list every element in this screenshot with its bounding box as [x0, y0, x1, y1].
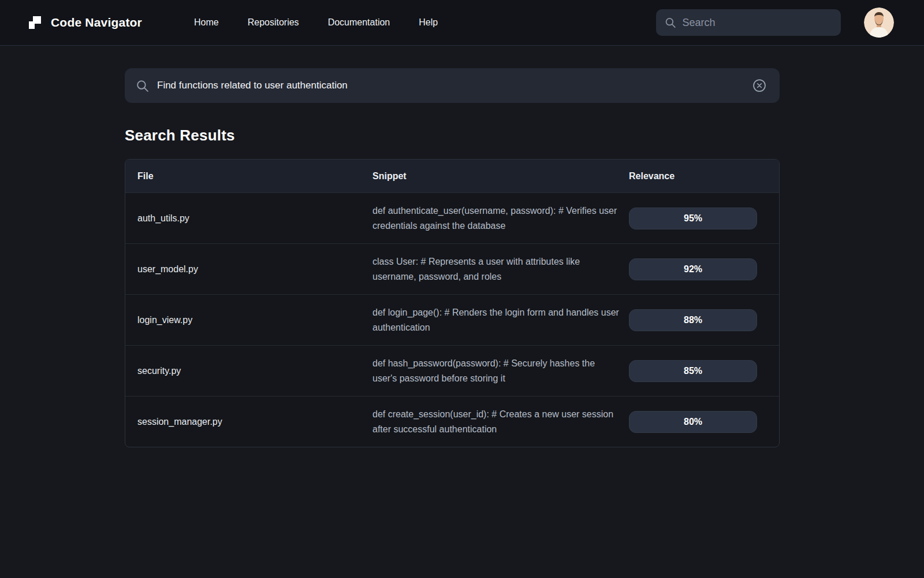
relevance-badge: 95% [629, 208, 757, 229]
result-snippet: def create_session(user_id): # Creates a… [372, 407, 621, 437]
nav-item-repositories[interactable]: Repositories [248, 12, 299, 34]
table-row[interactable]: session_manager.py def create_session(us… [125, 396, 779, 447]
result-file-name: session_manager.py [125, 417, 372, 427]
result-snippet: def hash_password(password): # Securely … [372, 356, 621, 386]
table-row[interactable]: auth_utils.py def authenticate_user(user… [125, 192, 779, 243]
relevance-badge: 92% [629, 258, 757, 280]
main-content: Search Results File Snippet Relevance au… [125, 68, 780, 447]
user-avatar[interactable] [864, 8, 894, 38]
result-snippet: class User: # Represents a user with att… [372, 254, 621, 284]
page-title: Search Results [125, 127, 780, 144]
user-avatar-photo [864, 8, 894, 38]
result-file-name: auth_utils.py [125, 213, 372, 224]
query-search-input[interactable] [157, 80, 743, 91]
top-navbar: Code Navigator Home Repositories Documen… [0, 0, 924, 46]
relevance-badge: 88% [629, 309, 757, 331]
table-row[interactable]: user_model.py class User: # Represents a… [125, 243, 779, 294]
app-logo-icon [28, 14, 43, 31]
column-header-snippet: Snippet [372, 171, 629, 181]
table-header-row: File Snippet Relevance [125, 160, 779, 192]
column-header-relevance: Relevance [629, 171, 779, 181]
result-file-name: login_view.py [125, 315, 372, 325]
clear-search-button[interactable] [751, 77, 768, 94]
search-results-table: File Snippet Relevance auth_utils.py def… [125, 159, 780, 447]
column-header-file: File [125, 171, 372, 181]
query-search-bar[interactable] [125, 68, 780, 103]
table-body: auth_utils.py def authenticate_user(user… [125, 192, 779, 447]
result-snippet: def authenticate_user(username, password… [372, 203, 621, 234]
navbar-search-input[interactable] [682, 17, 833, 29]
brand[interactable]: Code Navigator [28, 14, 142, 31]
result-file-name: user_model.py [125, 264, 372, 275]
app-title: Code Navigator [51, 16, 142, 29]
nav-item-home[interactable]: Home [194, 12, 219, 34]
table-row[interactable]: security.py def hash_password(password):… [125, 345, 779, 396]
navbar-search-box[interactable] [656, 9, 841, 36]
search-icon [135, 79, 150, 93]
search-icon [664, 16, 676, 29]
relevance-badge: 85% [629, 360, 757, 382]
nav-item-documentation[interactable]: Documentation [328, 12, 390, 34]
table-row[interactable]: login_view.py def login_page(): # Render… [125, 294, 779, 345]
main-nav: Home Repositories Documentation Help [165, 12, 438, 34]
circle-x-icon [752, 78, 767, 93]
result-file-name: security.py [125, 366, 372, 376]
nav-item-help[interactable]: Help [419, 12, 438, 34]
relevance-badge: 80% [629, 411, 757, 433]
result-snippet: def login_page(): # Renders the login fo… [372, 305, 621, 335]
